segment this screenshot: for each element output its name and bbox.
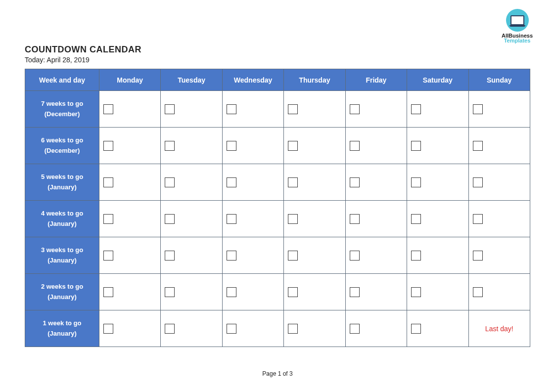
checkbox-icon[interactable] [165, 287, 175, 297]
day-cell [161, 237, 222, 274]
checkbox-icon[interactable] [165, 104, 175, 114]
day-cell [161, 274, 222, 310]
checkbox-icon[interactable] [103, 324, 113, 334]
checkbox-icon[interactable] [473, 251, 483, 261]
checkbox-icon[interactable] [165, 141, 175, 151]
day-cell [468, 128, 530, 164]
checkbox-icon[interactable] [411, 141, 421, 151]
day-cell [284, 237, 345, 274]
day-cell [468, 237, 530, 274]
checkbox-icon[interactable] [165, 324, 175, 334]
day-cell [407, 237, 468, 274]
day-cell [161, 310, 222, 347]
checkbox-icon[interactable] [411, 324, 421, 334]
checkbox-icon[interactable] [288, 287, 298, 297]
checkbox-icon[interactable] [350, 287, 360, 297]
checkbox-icon[interactable] [227, 104, 236, 114]
checkbox-icon[interactable] [411, 214, 421, 224]
day-cell [345, 274, 407, 310]
row-label: 6 weeks to go(December) [25, 128, 99, 164]
checkbox-icon[interactable] [350, 251, 360, 261]
checkbox-icon[interactable] [103, 104, 113, 114]
day-cell [99, 237, 161, 274]
checkbox-icon[interactable] [350, 104, 360, 114]
checkbox-icon[interactable] [165, 251, 175, 261]
day-cell [468, 91, 530, 128]
checkbox-icon[interactable] [411, 287, 421, 297]
day-cell: Last day! [468, 310, 530, 347]
day-cell [345, 310, 407, 347]
checkbox-icon[interactable] [103, 177, 113, 187]
day-cell [468, 164, 530, 201]
column-header: Week and day [25, 69, 99, 91]
column-header: Thursday [284, 69, 345, 91]
checkbox-icon[interactable] [103, 251, 113, 261]
column-header: Sunday [468, 69, 530, 91]
checkbox-icon[interactable] [473, 104, 483, 114]
day-cell [345, 91, 407, 128]
checkbox-icon[interactable] [288, 104, 298, 114]
table-row: 1 week to go(January)Last day! [25, 310, 530, 347]
checkbox-icon[interactable] [288, 141, 298, 151]
day-cell [407, 274, 468, 310]
checkbox-icon[interactable] [288, 214, 298, 224]
checkbox-icon[interactable] [227, 177, 236, 187]
day-cell [345, 128, 407, 164]
day-cell [284, 128, 345, 164]
checkbox-icon[interactable] [227, 214, 236, 224]
day-cell [222, 237, 283, 274]
day-cell [161, 164, 222, 201]
checkbox-icon[interactable] [288, 324, 298, 334]
table-row: 7 weeks to go(December) [25, 91, 530, 128]
day-cell [284, 310, 345, 347]
day-cell [407, 128, 468, 164]
day-cell [99, 91, 161, 128]
checkbox-icon[interactable] [288, 251, 298, 261]
day-cell [284, 201, 345, 237]
laptop-icon [506, 9, 529, 32]
checkbox-icon[interactable] [165, 177, 175, 187]
checkbox-icon[interactable] [473, 177, 483, 187]
checkbox-icon[interactable] [227, 324, 236, 334]
table-row: 2 weeks to go(January) [25, 274, 530, 310]
day-cell [284, 91, 345, 128]
day-cell [407, 310, 468, 347]
day-cell [222, 128, 283, 164]
checkbox-icon[interactable] [411, 177, 421, 187]
checkbox-icon[interactable] [473, 287, 483, 297]
day-cell [99, 274, 161, 310]
day-cell [222, 310, 283, 347]
checkbox-icon[interactable] [350, 214, 360, 224]
checkbox-icon[interactable] [103, 214, 113, 224]
last-day-label: Last day! [469, 325, 530, 333]
day-cell [468, 274, 530, 310]
checkbox-icon[interactable] [103, 141, 113, 151]
day-cell [222, 91, 283, 128]
checkbox-icon[interactable] [165, 214, 175, 224]
column-header: Friday [345, 69, 407, 91]
checkbox-icon[interactable] [288, 177, 298, 187]
countdown-table: Week and dayMondayTuesdayWednesdayThursd… [25, 69, 530, 347]
checkbox-icon[interactable] [227, 287, 236, 297]
table-row: 5 weeks to go(January) [25, 164, 530, 201]
checkbox-icon[interactable] [473, 141, 483, 151]
checkbox-icon[interactable] [103, 287, 113, 297]
checkbox-icon[interactable] [350, 177, 360, 187]
day-cell [345, 201, 407, 237]
day-cell [99, 201, 161, 237]
checkbox-icon[interactable] [350, 141, 360, 151]
row-label: 7 weeks to go(December) [25, 91, 99, 128]
logo-text-2: Templates [502, 38, 533, 44]
checkbox-icon[interactable] [473, 214, 483, 224]
column-header: Monday [99, 69, 161, 91]
day-cell [161, 201, 222, 237]
column-header: Wednesday [222, 69, 283, 91]
checkbox-icon[interactable] [227, 251, 236, 261]
day-cell [99, 164, 161, 201]
checkbox-icon[interactable] [350, 324, 360, 334]
checkbox-icon[interactable] [411, 104, 421, 114]
today-date: Today: April 28, 2019 [25, 56, 530, 64]
checkbox-icon[interactable] [227, 141, 236, 151]
brand-logo: AllBusiness Templates [502, 9, 533, 44]
checkbox-icon[interactable] [411, 251, 421, 261]
